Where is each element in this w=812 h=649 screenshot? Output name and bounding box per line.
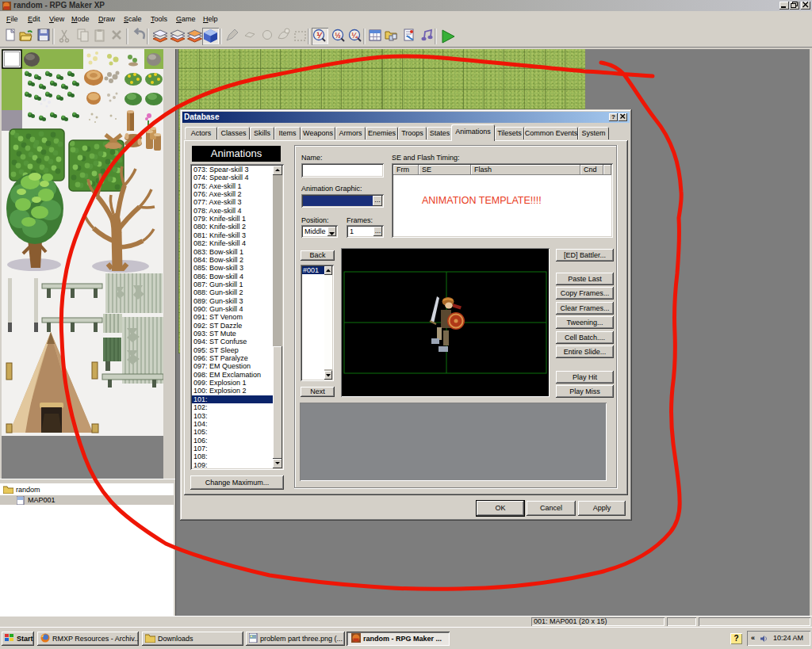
svg-text:½: ½: [335, 32, 341, 40]
